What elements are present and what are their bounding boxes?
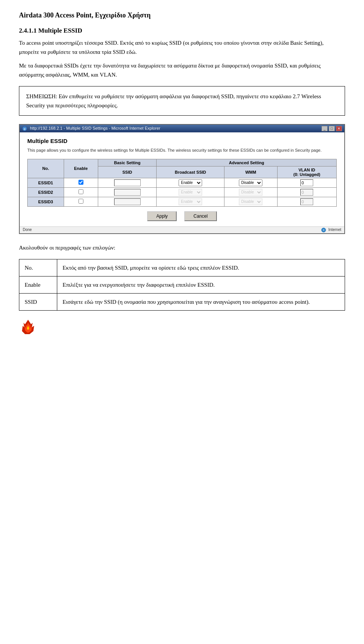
broadcast-select-0[interactable]: Enable Disable bbox=[179, 179, 202, 186]
broadcast-select-1[interactable]: Enable Disable bbox=[179, 189, 202, 196]
table-row-no: ESSID1 bbox=[28, 178, 64, 187]
col-header-broadcast: Broadcast SSID bbox=[157, 166, 224, 178]
table-row-vlan[interactable] bbox=[277, 187, 336, 197]
desc-definition-1: Επιλέξτε για να ενεργοποιήσετε την διαφο… bbox=[57, 276, 345, 293]
col-header-advanced: Advanced Setting bbox=[157, 159, 337, 166]
desc-term-0: No. bbox=[19, 259, 57, 276]
intro-text-1: Το access point υποστηρίζει τέσσερα SSID… bbox=[19, 38, 345, 57]
browser-window: e http://192.168.2.1 - Multiple SSID Set… bbox=[19, 124, 345, 234]
description-table: No. Εκτός από την βασική SSID, μπορείτε … bbox=[19, 259, 345, 311]
crypto-logo bbox=[19, 318, 37, 336]
table-row-broadcast[interactable]: Enable Disable bbox=[157, 187, 224, 197]
footer bbox=[19, 318, 345, 336]
webpage-description: This page allows you to configure the wi… bbox=[27, 147, 337, 154]
desc-table-row: No. Εκτός από την βασική SSID, μπορείτε … bbox=[19, 259, 345, 276]
table-row-vlan[interactable] bbox=[277, 197, 336, 206]
ssid-input-1[interactable] bbox=[114, 189, 141, 196]
col-header-ssid: SSID bbox=[98, 166, 157, 178]
browser-content-area: Multiple ESSID This page allows you to c… bbox=[20, 132, 344, 226]
table-row-enable[interactable] bbox=[64, 197, 98, 206]
vlan-input-2[interactable] bbox=[300, 198, 313, 205]
col-header-wmm: WMM bbox=[224, 166, 277, 178]
svg-point-3 bbox=[323, 229, 325, 231]
col-header-basic: Basic Setting bbox=[98, 159, 157, 166]
wmm-select-2[interactable]: Enable Disable bbox=[239, 198, 262, 205]
table-row-enable[interactable] bbox=[64, 187, 98, 197]
ssid-input-0[interactable] bbox=[114, 179, 141, 186]
table-row-ssid[interactable] bbox=[98, 187, 157, 197]
enable-checkbox-2[interactable] bbox=[78, 199, 83, 204]
minimize-button[interactable]: _ bbox=[322, 126, 328, 131]
table-row-ssid[interactable] bbox=[98, 197, 157, 206]
note-box: ΣΗΜΕΙΩΣΗ: Εάν επιθυμείτε να ρυθμίσετε τη… bbox=[19, 86, 345, 116]
button-row: Apply Cancel bbox=[27, 211, 337, 221]
table-row-wmm[interactable]: Enable Disable bbox=[224, 187, 277, 197]
desc-definition-2: Εισάγετε εδώ την SSID (η ονομασία που χρ… bbox=[57, 293, 345, 310]
close-button[interactable]: ✕ bbox=[336, 126, 342, 131]
window-controls: _ □ ✕ bbox=[322, 126, 342, 131]
status-left: Done bbox=[23, 228, 32, 232]
desc-table-row: Enable Επιλέξτε για να ενεργοποιήσετε τη… bbox=[19, 276, 345, 293]
wmm-select-1[interactable]: Enable Disable bbox=[239, 189, 262, 196]
table-row-no: ESSID2 bbox=[28, 187, 64, 197]
table-row-enable[interactable] bbox=[64, 178, 98, 187]
col-header-no: No. bbox=[28, 159, 64, 178]
vlan-input-1[interactable] bbox=[300, 189, 313, 196]
intro-text-2: Με τα διαφορετικά SSIDs έχετε την δυνατό… bbox=[19, 61, 345, 79]
desc-definition-0: Εκτός από την βασική SSID, μπορείτε να ο… bbox=[57, 259, 345, 276]
table-row-ssid[interactable] bbox=[98, 178, 157, 187]
desc-term-2: SSID bbox=[19, 293, 57, 310]
col-header-enable: Enable bbox=[64, 159, 98, 178]
apply-button[interactable]: Apply bbox=[147, 211, 177, 221]
table-row-wmm[interactable]: Enable Disable bbox=[224, 178, 277, 187]
desc-term-1: Enable bbox=[19, 276, 57, 293]
table-row-vlan[interactable] bbox=[277, 178, 336, 187]
svg-text:e: e bbox=[24, 127, 25, 131]
table-row-broadcast[interactable]: Enable Disable bbox=[157, 178, 224, 187]
titlebar-text: http://192.168.2.1 - Multiple SSID Setti… bbox=[30, 126, 160, 130]
enable-checkbox-0[interactable] bbox=[78, 180, 83, 185]
status-right-text: Internet bbox=[328, 228, 341, 232]
table-row-wmm[interactable]: Enable Disable bbox=[224, 197, 277, 206]
webpage-heading: Multiple ESSID bbox=[27, 138, 337, 144]
browser-statusbar: Done Internet bbox=[20, 226, 344, 233]
browser-titlebar: e http://192.168.2.1 - Multiple SSID Set… bbox=[20, 125, 344, 132]
section-title: 2.4.1.1 Multiple ESSID bbox=[19, 27, 345, 35]
maximize-button[interactable]: □ bbox=[329, 126, 335, 131]
essid-table: No. Enable Basic Setting Advanced Settin… bbox=[27, 159, 337, 207]
after-text: Ακολουθούν οι περιγραφές των επιλογών: bbox=[19, 243, 345, 252]
ssid-input-2[interactable] bbox=[114, 198, 141, 205]
table-row-no: ESSID3 bbox=[28, 197, 64, 206]
cancel-button[interactable]: Cancel bbox=[184, 211, 217, 221]
desc-table-row: SSID Εισάγετε εδώ την SSID (η ονομασία π… bbox=[19, 293, 345, 310]
browser-title: e http://192.168.2.1 - Multiple SSID Set… bbox=[22, 126, 160, 131]
enable-checkbox-1[interactable] bbox=[78, 189, 83, 194]
wmm-select-0[interactable]: Enable Disable bbox=[239, 179, 262, 186]
status-right: Internet bbox=[321, 228, 341, 232]
vlan-input-0[interactable] bbox=[300, 179, 313, 186]
ie-icon: e bbox=[22, 126, 28, 130]
page-title: Airdata 300 Access Point, Εγχειρίδιο Χρή… bbox=[19, 11, 345, 19]
col-header-vlan: VLAN ID (0: Untagged) bbox=[277, 166, 336, 178]
broadcast-select-2[interactable]: Enable Disable bbox=[179, 198, 202, 205]
table-row-broadcast[interactable]: Enable Disable bbox=[157, 197, 224, 206]
